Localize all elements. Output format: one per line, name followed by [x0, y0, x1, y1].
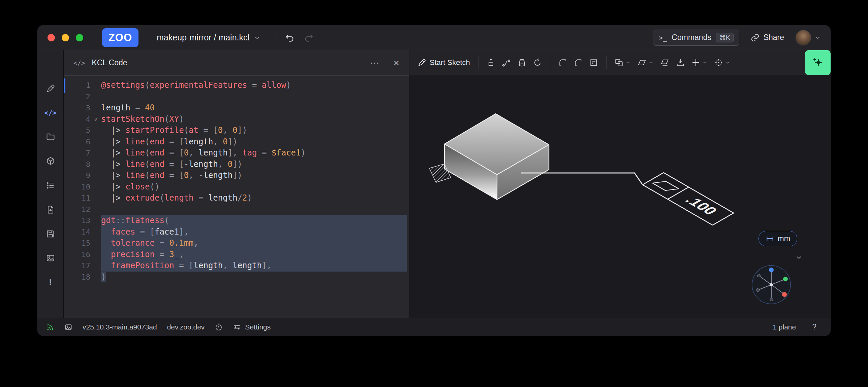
sweep-icon[interactable]: [499, 54, 514, 71]
extruded-cube[interactable]: [444, 114, 549, 200]
panel-menu-button[interactable]: ⋯: [370, 58, 379, 68]
insert-icon[interactable]: [673, 54, 688, 71]
line-number: 3: [64, 102, 90, 114]
network-status-icon[interactable]: [46, 323, 54, 331]
code-line-text: |> startProfile(at = [0, 0]): [101, 125, 407, 136]
code-line[interactable]: 12: [64, 204, 409, 215]
line-number: 15: [64, 238, 90, 249]
3d-viewport[interactable]: Start Sketch: [409, 50, 831, 318]
chevron-down-icon: [702, 60, 708, 65]
sliders-icon: [233, 323, 241, 331]
app-version[interactable]: v25.10.3-main.a9073ad: [83, 323, 157, 331]
view-menu-chevron-icon[interactable]: [795, 253, 803, 261]
snapshot-icon[interactable]: [64, 323, 72, 331]
code-line[interactable]: 5 |> startProfile(at = [0, 0]): [64, 125, 409, 136]
extrude-icon[interactable]: [483, 54, 499, 71]
plane-count[interactable]: 1 plane: [773, 323, 796, 331]
active-panel-indicator: [64, 78, 65, 93]
redo-button[interactable]: [304, 33, 314, 43]
shell-icon[interactable]: [586, 54, 601, 71]
code-line-text: |> extrude(length = length/2): [101, 192, 407, 204]
gutter-spacer: [90, 125, 101, 136]
code-line[interactable]: 9 |> line(end = [0, -length]): [64, 170, 409, 181]
environment-host[interactable]: dev.zoo.dev: [167, 323, 205, 331]
axis-neg-dot: [770, 298, 773, 301]
code-line-text: faces = [face1],: [101, 226, 407, 238]
gnomon-center-dot: [770, 283, 773, 286]
code-line-text: gdt::flatness(: [101, 215, 407, 226]
code-line[interactable]: 14 faces = [face1],: [64, 226, 409, 238]
loft-icon[interactable]: [514, 54, 530, 71]
account-menu-chevron-icon[interactable]: [814, 34, 821, 41]
revolve-icon[interactable]: [530, 54, 545, 71]
code-panel-header: </> KCL Code ⋯ ×: [64, 50, 409, 76]
zoo-logo[interactable]: ZOO: [102, 28, 138, 47]
minimize-window-button[interactable]: [62, 34, 69, 41]
start-sketch-button[interactable]: Start Sketch: [414, 54, 473, 71]
code-line[interactable]: 2: [64, 91, 409, 103]
code-line[interactable]: 4∨startSketchOn(XY): [64, 114, 409, 125]
line-number: 7: [64, 147, 90, 159]
sketch-icon[interactable]: [43, 81, 58, 96]
feature-tree-icon[interactable]: [43, 178, 58, 193]
zoom-window-button[interactable]: [76, 34, 83, 41]
toolbar-divider: [478, 56, 478, 69]
settings-button[interactable]: Settings: [233, 323, 271, 331]
move-icon[interactable]: [688, 54, 711, 71]
report-issue-icon[interactable]: !: [43, 275, 58, 290]
code-line[interactable]: 3length = 40: [64, 102, 409, 114]
parts-cube-icon[interactable]: [43, 154, 58, 169]
ai-sparkle-icon: [812, 57, 824, 68]
code-line[interactable]: 17 framePosition = [length, length],: [64, 260, 409, 272]
fillet-icon[interactable]: [555, 54, 570, 71]
flatness-annotation[interactable]: .100: [643, 173, 734, 225]
commands-button[interactable]: >_ Commands ⌘K: [653, 30, 739, 46]
chamfer-icon[interactable]: [570, 54, 586, 71]
share-button[interactable]: Share: [751, 33, 784, 42]
timer-icon[interactable]: [215, 323, 223, 331]
pattern-icon[interactable]: [711, 54, 734, 71]
code-line[interactable]: 13gdt::flatness(: [64, 215, 409, 226]
terminal-prompt-icon: >_: [659, 34, 667, 42]
code-line-text: length = 40: [101, 102, 407, 114]
orientation-gnomon[interactable]: [751, 265, 792, 305]
code-editor[interactable]: 1@settings(experimentalFeatures = allow)…: [64, 76, 409, 318]
units-button[interactable]: mm: [758, 231, 797, 246]
link-icon: [751, 33, 760, 42]
axis-neg-dot3: [757, 274, 761, 277]
code-line[interactable]: 10 |> close(): [64, 181, 409, 193]
undo-button[interactable]: [285, 33, 295, 43]
code-line[interactable]: 15 tolerance = 0.1mm,: [64, 238, 409, 249]
code-icon[interactable]: </>: [43, 105, 58, 120]
avatar[interactable]: [796, 30, 811, 45]
project-menu-chevron-icon[interactable]: [253, 34, 261, 41]
kcl-code-panel: </> KCL Code ⋯ × 1@settings(experimental…: [64, 50, 409, 318]
project-title: makeup-mirror / main.kcl: [157, 33, 249, 42]
export-icon[interactable]: [43, 202, 58, 217]
text-to-cad-ai-button[interactable]: [805, 50, 831, 75]
line-number: 10: [64, 181, 90, 193]
tolerance-value: .100: [682, 194, 721, 217]
panel-close-button[interactable]: ×: [393, 57, 399, 69]
titlebar-divider: [276, 31, 276, 44]
help-button[interactable]: ?: [812, 322, 816, 331]
code-line[interactable]: 8 |> line(end = [-length, 0]): [64, 159, 409, 170]
gutter-spacer: [90, 147, 101, 159]
code-line[interactable]: 1@settings(experimentalFeatures = allow): [64, 80, 409, 91]
plane-icon[interactable]: [634, 54, 657, 71]
gutter-spacer: [90, 192, 101, 204]
boolean-icon[interactable]: [611, 54, 634, 71]
code-line[interactable]: 11 |> extrude(length = length/2): [64, 192, 409, 204]
screenshot-icon[interactable]: [43, 251, 58, 266]
chevron-down-icon: [625, 60, 631, 65]
code-line[interactable]: 16 precision = 3_,: [64, 249, 409, 260]
close-window-button[interactable]: [48, 34, 55, 41]
code-line[interactable]: 6 |> line(end = [length, 0]): [64, 136, 409, 148]
files-icon[interactable]: [43, 130, 58, 144]
code-line[interactable]: 7 |> line(end = [0, length], tag = $face…: [64, 147, 409, 159]
save-icon[interactable]: [43, 226, 58, 241]
offset-plane-icon[interactable]: [657, 54, 673, 71]
gutter-spacer: [90, 91, 101, 103]
fold-marker-icon[interactable]: ∨: [90, 114, 101, 125]
code-line[interactable]: 18): [64, 272, 409, 283]
